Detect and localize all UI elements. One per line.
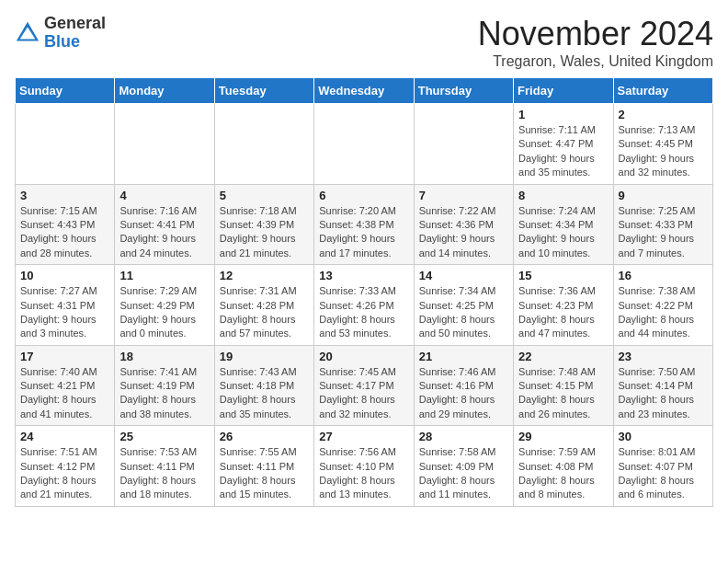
calendar-cell <box>214 104 313 185</box>
calendar-cell: 17Sunrise: 7:40 AM Sunset: 4:21 PM Dayli… <box>16 345 115 426</box>
logo-text: General Blue <box>44 15 106 52</box>
day-number: 5 <box>220 189 309 202</box>
day-number: 3 <box>20 189 109 202</box>
day-number: 28 <box>419 430 508 443</box>
weekday-header-row: Sunday Monday Tuesday Wednesday Thursday… <box>16 78 713 104</box>
calendar-cell: 12Sunrise: 7:31 AM Sunset: 4:28 PM Dayli… <box>214 265 313 346</box>
calendar-cell: 16Sunrise: 7:38 AM Sunset: 4:22 PM Dayli… <box>613 265 712 346</box>
calendar-week-row: 24Sunrise: 7:51 AM Sunset: 4:12 PM Dayli… <box>16 426 713 507</box>
calendar-week-row: 1Sunrise: 7:11 AM Sunset: 4:47 PM Daylig… <box>16 104 713 185</box>
calendar-cell: 27Sunrise: 7:56 AM Sunset: 4:10 PM Dayli… <box>314 426 414 507</box>
month-title: November 2024 <box>478 15 713 53</box>
day-info: Sunrise: 7:33 AM Sunset: 4:26 PM Dayligh… <box>319 284 408 341</box>
header-friday: Friday <box>514 78 613 104</box>
calendar-cell: 18Sunrise: 7:41 AM Sunset: 4:19 PM Dayli… <box>115 345 214 426</box>
day-info: Sunrise: 7:36 AM Sunset: 4:23 PM Dayligh… <box>518 284 608 341</box>
calendar-cell: 30Sunrise: 8:01 AM Sunset: 4:07 PM Dayli… <box>613 426 712 507</box>
calendar-cell: 11Sunrise: 7:29 AM Sunset: 4:29 PM Dayli… <box>115 265 214 346</box>
day-number: 6 <box>319 189 408 202</box>
calendar-week-row: 17Sunrise: 7:40 AM Sunset: 4:21 PM Dayli… <box>16 345 713 426</box>
day-info: Sunrise: 7:48 AM Sunset: 4:15 PM Dayligh… <box>518 365 608 422</box>
calendar-cell <box>314 104 414 185</box>
day-number: 18 <box>119 350 209 363</box>
calendar-cell: 29Sunrise: 7:59 AM Sunset: 4:08 PM Dayli… <box>514 426 613 507</box>
calendar-cell <box>414 104 513 185</box>
day-info: Sunrise: 7:38 AM Sunset: 4:22 PM Dayligh… <box>619 284 708 341</box>
day-info: Sunrise: 7:45 AM Sunset: 4:17 PM Dayligh… <box>319 365 408 422</box>
day-info: Sunrise: 7:58 AM Sunset: 4:09 PM Dayligh… <box>419 445 508 502</box>
day-info: Sunrise: 7:15 AM Sunset: 4:43 PM Dayligh… <box>20 204 109 261</box>
header-wednesday: Wednesday <box>314 78 414 104</box>
calendar-cell: 20Sunrise: 7:45 AM Sunset: 4:17 PM Dayli… <box>314 345 414 426</box>
calendar-cell: 15Sunrise: 7:36 AM Sunset: 4:23 PM Dayli… <box>514 265 613 346</box>
calendar-cell: 8Sunrise: 7:24 AM Sunset: 4:34 PM Daylig… <box>514 184 613 265</box>
calendar-cell: 23Sunrise: 7:50 AM Sunset: 4:14 PM Dayli… <box>613 345 712 426</box>
header-monday: Monday <box>115 78 214 104</box>
calendar-week-row: 3Sunrise: 7:15 AM Sunset: 4:43 PM Daylig… <box>16 184 713 265</box>
calendar-cell: 5Sunrise: 7:18 AM Sunset: 4:39 PM Daylig… <box>214 184 313 265</box>
day-info: Sunrise: 7:20 AM Sunset: 4:38 PM Dayligh… <box>319 204 408 261</box>
calendar-body: 1Sunrise: 7:11 AM Sunset: 4:47 PM Daylig… <box>16 104 713 507</box>
day-number: 19 <box>220 350 309 363</box>
day-info: Sunrise: 7:41 AM Sunset: 4:19 PM Dayligh… <box>119 365 209 422</box>
day-info: Sunrise: 7:43 AM Sunset: 4:18 PM Dayligh… <box>220 365 309 422</box>
day-number: 27 <box>319 430 408 443</box>
day-info: Sunrise: 7:11 AM Sunset: 4:47 PM Dayligh… <box>518 123 608 180</box>
calendar-cell: 19Sunrise: 7:43 AM Sunset: 4:18 PM Dayli… <box>214 345 313 426</box>
calendar-cell <box>16 104 115 185</box>
day-number: 12 <box>220 269 309 282</box>
calendar-cell: 10Sunrise: 7:27 AM Sunset: 4:31 PM Dayli… <box>16 265 115 346</box>
day-number: 9 <box>619 189 708 202</box>
day-number: 20 <box>319 350 408 363</box>
calendar-cell: 6Sunrise: 7:20 AM Sunset: 4:38 PM Daylig… <box>314 184 414 265</box>
day-info: Sunrise: 7:53 AM Sunset: 4:11 PM Dayligh… <box>119 445 209 502</box>
page-header: General Blue November 2024 Tregaron, Wal… <box>15 15 713 70</box>
header-saturday: Saturday <box>613 78 712 104</box>
header-thursday: Thursday <box>414 78 513 104</box>
day-info: Sunrise: 7:46 AM Sunset: 4:16 PM Dayligh… <box>419 365 508 422</box>
day-number: 4 <box>119 189 209 202</box>
calendar-cell: 25Sunrise: 7:53 AM Sunset: 4:11 PM Dayli… <box>115 426 214 507</box>
day-number: 22 <box>518 350 608 363</box>
day-info: Sunrise: 7:40 AM Sunset: 4:21 PM Dayligh… <box>20 365 109 422</box>
calendar-cell: 21Sunrise: 7:46 AM Sunset: 4:16 PM Dayli… <box>414 345 513 426</box>
day-number: 15 <box>518 269 608 282</box>
day-number: 30 <box>619 430 708 443</box>
day-info: Sunrise: 7:50 AM Sunset: 4:14 PM Dayligh… <box>619 365 708 422</box>
day-info: Sunrise: 7:27 AM Sunset: 4:31 PM Dayligh… <box>20 284 109 341</box>
day-number: 10 <box>20 269 109 282</box>
day-info: Sunrise: 7:55 AM Sunset: 4:11 PM Dayligh… <box>220 445 309 502</box>
day-info: Sunrise: 7:29 AM Sunset: 4:29 PM Dayligh… <box>119 284 209 341</box>
calendar-table: Sunday Monday Tuesday Wednesday Thursday… <box>15 77 713 507</box>
day-number: 7 <box>419 189 508 202</box>
logo: General Blue <box>15 15 106 52</box>
calendar-cell: 28Sunrise: 7:58 AM Sunset: 4:09 PM Dayli… <box>414 426 513 507</box>
day-number: 29 <box>518 430 608 443</box>
day-info: Sunrise: 7:34 AM Sunset: 4:25 PM Dayligh… <box>419 284 508 341</box>
header-tuesday: Tuesday <box>214 78 313 104</box>
day-info: Sunrise: 8:01 AM Sunset: 4:07 PM Dayligh… <box>619 445 708 502</box>
calendar-cell: 9Sunrise: 7:25 AM Sunset: 4:33 PM Daylig… <box>613 184 712 265</box>
logo-icon <box>15 20 40 46</box>
day-number: 11 <box>119 269 209 282</box>
day-number: 23 <box>619 350 708 363</box>
calendar-cell: 22Sunrise: 7:48 AM Sunset: 4:15 PM Dayli… <box>514 345 613 426</box>
day-info: Sunrise: 7:13 AM Sunset: 4:45 PM Dayligh… <box>619 123 708 180</box>
day-number: 14 <box>419 269 508 282</box>
calendar-cell: 1Sunrise: 7:11 AM Sunset: 4:47 PM Daylig… <box>514 104 613 185</box>
day-number: 1 <box>518 108 608 121</box>
day-info: Sunrise: 7:51 AM Sunset: 4:12 PM Dayligh… <box>20 445 109 502</box>
calendar-cell: 4Sunrise: 7:16 AM Sunset: 4:41 PM Daylig… <box>115 184 214 265</box>
calendar-cell: 24Sunrise: 7:51 AM Sunset: 4:12 PM Dayli… <box>16 426 115 507</box>
day-info: Sunrise: 7:59 AM Sunset: 4:08 PM Dayligh… <box>518 445 608 502</box>
day-number: 25 <box>119 430 209 443</box>
logo-blue: Blue <box>44 32 80 51</box>
day-info: Sunrise: 7:25 AM Sunset: 4:33 PM Dayligh… <box>619 204 708 261</box>
calendar-cell: 13Sunrise: 7:33 AM Sunset: 4:26 PM Dayli… <box>314 265 414 346</box>
day-info: Sunrise: 7:31 AM Sunset: 4:28 PM Dayligh… <box>220 284 309 341</box>
logo-general: General <box>44 14 106 32</box>
calendar-week-row: 10Sunrise: 7:27 AM Sunset: 4:31 PM Dayli… <box>16 265 713 346</box>
calendar-header: Sunday Monday Tuesday Wednesday Thursday… <box>16 78 713 104</box>
day-number: 21 <box>419 350 508 363</box>
location: Tregaron, Wales, United Kingdom <box>478 53 713 70</box>
